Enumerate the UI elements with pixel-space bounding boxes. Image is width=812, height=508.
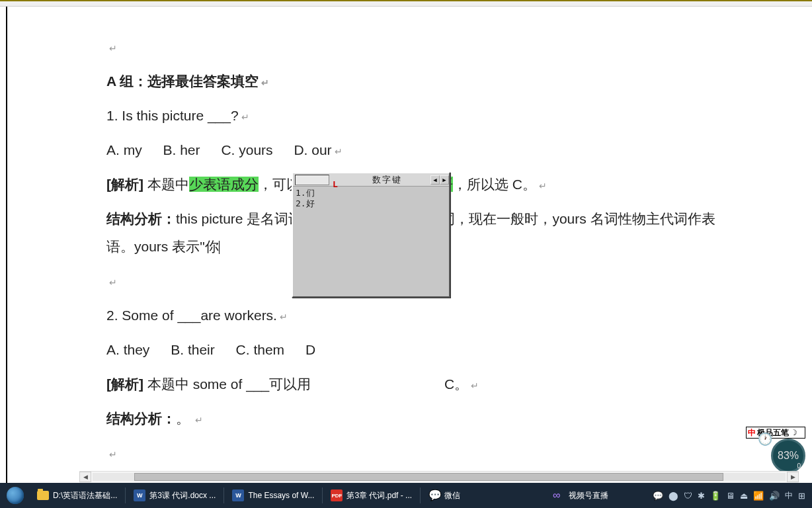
taskbar-wechat[interactable]: 💬 微信 [422, 483, 467, 508]
start-button[interactable] [0, 483, 30, 508]
infinity-icon: ∞ [553, 489, 565, 501]
scroll-left-button[interactable]: ◀ [79, 472, 91, 482]
ime-prev-page-button[interactable]: ◀ [430, 175, 440, 185]
q2-stem: 2. Some of ___are workers.↵ [106, 302, 733, 329]
shield-icon[interactable]: 🛡 [684, 491, 692, 501]
wechat-icon: 💬 [428, 489, 440, 501]
ime-candidate-list[interactable]: 1.们 2.好 [293, 187, 449, 210]
ime-next-page-button[interactable]: ▶ [440, 175, 449, 185]
bluetooth-icon[interactable]: ✱ [698, 491, 705, 501]
taskbar-word-doc1[interactable]: W 第3课 代词.docx ... [127, 483, 222, 508]
ime-candidate-1[interactable]: 1.们 [296, 188, 446, 198]
para-mark: ↵ [106, 439, 733, 467]
taskbar-live[interactable]: ∞ 视频号直播 [546, 483, 615, 508]
scroll-thumb[interactable] [134, 473, 723, 481]
battery-icon[interactable]: 🔋 [710, 491, 721, 501]
word-icon: W [232, 489, 244, 501]
taskbar[interactable]: D:\英语语法基础... W 第3课 代词.docx ... W The Ess… [0, 483, 812, 508]
performance-gauge[interactable]: 83% 0 [771, 439, 805, 473]
left-gutter [0, 7, 6, 483]
ime-l-icon: L [333, 176, 341, 184]
taskbar-pdf[interactable]: PDF 第3章 代词.pdf - ... [324, 483, 419, 508]
q2-structure: 结构分析：。 ↵ [106, 405, 733, 433]
taskbar-explorer[interactable]: D:\英语语法基础... [30, 483, 124, 508]
ime-header[interactable]: L 数字键 ◀ ▶ [293, 173, 449, 187]
taskbar-word-doc2[interactable]: W The Essays of W... [225, 483, 321, 508]
gauge-sub: 0 [797, 462, 801, 470]
horizontal-scrollbar[interactable]: ◀ ▶ [79, 471, 799, 483]
system-tray[interactable]: 💬 ⬤ 🛡 ✱ 🔋 🖥 ⏏ 📶 🔊 中 ⊞ [653, 490, 812, 501]
window-titlebar [0, 0, 812, 7]
scroll-track[interactable] [93, 473, 786, 481]
q1-stem: 1. Is this picture ___?↵ [106, 102, 733, 130]
ime-lang-indicator[interactable]: 中 [785, 490, 793, 501]
ime-status-badge[interactable]: 中 极品五笔 ☽ [746, 427, 805, 439]
start-orb-icon [7, 487, 24, 504]
right-overlay: 中 极品五笔 ☽ 🕐 83% 0 [746, 427, 805, 473]
ime-composition-box[interactable] [295, 175, 329, 185]
tray-icon[interactable]: ⬤ [669, 491, 678, 501]
tray-icon[interactable]: 💬 [653, 491, 663, 501]
moon-icon: ☽ [790, 428, 797, 437]
ime-candidate-window[interactable]: L 数字键 ◀ ▶ 1.们 2.好 [292, 172, 450, 298]
leaf-icon: 🕐 [758, 432, 772, 446]
tray-icon[interactable]: ⊞ [798, 491, 805, 501]
ime-candidate-2[interactable]: 2.好 [296, 198, 446, 209]
ime-title: 数字键 [343, 171, 430, 189]
monitor-icon[interactable]: 🖥 [726, 491, 735, 501]
pin-icon[interactable]: ⏏ [740, 491, 748, 501]
folder-icon [37, 491, 49, 500]
scroll-right-button[interactable]: ▶ [787, 472, 799, 482]
word-icon: W [134, 489, 145, 501]
text-cursor [219, 241, 220, 254]
q2-analysis: [解析] 本题中 some of ___可以用 C。↵ [106, 370, 733, 398]
q2-options: A. they B. their C. them D [106, 336, 733, 364]
group-a-title: A 组：选择最佳答案填空↵ [106, 67, 733, 95]
pdf-icon: PDF [331, 489, 343, 501]
document-body[interactable]: ↵ A 组：选择最佳答案填空↵ 1. Is this picture ___?↵… [7, 7, 812, 483]
para-mark: ↵ [106, 33, 733, 61]
wifi-icon[interactable]: 📶 [753, 491, 764, 501]
q1-options: A. my B. her C. yours D. our↵ [106, 136, 733, 164]
volume-icon[interactable]: 🔊 [769, 491, 780, 501]
